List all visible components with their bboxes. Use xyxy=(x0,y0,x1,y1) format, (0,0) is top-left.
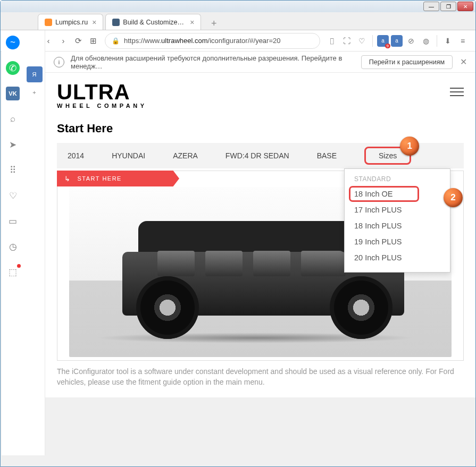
profile-icon[interactable]: ◍ xyxy=(420,35,432,47)
sidebar-send-icon[interactable]: ➤ xyxy=(6,138,20,151)
messenger-icon[interactable]: ~ xyxy=(6,36,20,49)
filter-body[interactable]: FWD:4 DR SEDAN xyxy=(226,151,289,160)
downloads-icon[interactable]: ⬇ xyxy=(441,35,454,47)
window-frame: — ❐ ✕ Lumpics.ru × Build & Customize You… xyxy=(0,0,476,467)
go-to-extensions-button[interactable]: Перейти к расширениям xyxy=(361,55,453,69)
sidebar-extensions-icon[interactable]: ⬚ xyxy=(6,265,20,279)
speed-dial-button[interactable]: ⊞ xyxy=(86,33,101,48)
logo-text: ULTRA xyxy=(57,82,147,101)
window-maximize-button[interactable]: ❐ xyxy=(440,2,456,11)
workspace-column: Я + xyxy=(24,30,45,455)
dropdown-option-20-plus[interactable]: 20 Inch PLUS xyxy=(345,250,450,266)
whatsapp-icon[interactable]: ✆ xyxy=(6,61,20,75)
workspace-add-button[interactable]: + xyxy=(27,84,43,100)
notify-dot-icon xyxy=(17,264,21,268)
favicon-icon xyxy=(112,19,120,26)
wheel-front-icon xyxy=(136,276,199,339)
page-content: ULTRA WHEEL COMPANY Start Here 2014 HYUN… xyxy=(45,73,475,397)
browser-tab-ultrawheel[interactable]: Build & Customize Your Ca × xyxy=(105,14,201,30)
dropdown-section-header: STANDARD xyxy=(345,173,450,186)
nav-reload-button[interactable]: ⟳ xyxy=(71,33,86,48)
dropdown-option-17-plus[interactable]: 17 Inch PLUS xyxy=(345,202,450,218)
vehicle-filter-bar: 2014 HYUNDAI AZERA FWD:4 DR SEDAN BASE S… xyxy=(57,143,464,168)
address-bar[interactable]: 🔒 https://www.ultrawheel.com/iconfigurat… xyxy=(105,33,320,49)
dropdown-option-label: 18 Inch OE xyxy=(354,190,393,198)
dropdown-option-18-plus[interactable]: 18 Inch PLUS xyxy=(345,218,450,234)
sidebar-search-icon[interactable]: ⌕ xyxy=(6,112,20,126)
sidebar-heart-icon[interactable]: ♡ xyxy=(6,189,20,202)
tab-close-icon[interactable]: × xyxy=(190,18,194,27)
bookmark-heart-icon[interactable]: ♡ xyxy=(355,35,368,47)
tab-title: Build & Customize Your Ca xyxy=(123,19,186,26)
browser-tab-strip: Lumpics.ru × Build & Customize Your Ca ×… xyxy=(1,12,475,30)
address-toolbar: ‹ › ⟳ ⊞ 🔒 https://www.ultrawheel.com/ico… xyxy=(1,30,475,52)
disclaimer-text: The iConfigurator tool is a software und… xyxy=(57,366,464,388)
snapshot-icon[interactable]: ⌷ xyxy=(325,35,338,47)
new-tab-button[interactable]: + xyxy=(206,17,221,30)
toolbar-divider xyxy=(437,35,437,47)
extension-badge: 9 xyxy=(385,44,390,48)
extension-translate-icon[interactable]: а9 xyxy=(377,35,389,47)
crop-icon[interactable]: ⛶ xyxy=(340,35,353,47)
hamburger-menu-icon[interactable] xyxy=(450,88,464,96)
filter-sizes-button[interactable]: Sizes 1 xyxy=(364,147,411,165)
extension-notice-bar: i Для обновления расширений требуются до… xyxy=(45,52,475,73)
window-minimize-button[interactable]: — xyxy=(423,2,439,11)
sidebar-dock: ~ ✆ VK ⌕ ➤ ⠿ ♡ ▭ ◷ ⬚ xyxy=(2,30,24,455)
sidebar-history-icon[interactable]: ◷ xyxy=(6,240,20,253)
sidebar-apps-icon[interactable]: ⠿ xyxy=(6,163,20,177)
url-protocol: https:// xyxy=(124,37,145,45)
page-heading: Start Here xyxy=(57,122,464,135)
site-logo[interactable]: ULTRA WHEEL COMPANY xyxy=(57,82,147,109)
browser-tab-lumpics[interactable]: Lumpics.ru × xyxy=(38,14,103,30)
easy-setup-icon[interactable]: ≡ xyxy=(456,35,469,47)
notice-text: Для обновления расширений требуются допо… xyxy=(71,54,361,70)
filter-make[interactable]: HYUNDAI xyxy=(112,151,145,160)
dropdown-option-18-oe[interactable]: 18 Inch OE 2 xyxy=(345,186,450,202)
filter-sizes-label: Sizes xyxy=(379,151,397,160)
url-domain: ultrawheel.com xyxy=(161,37,207,45)
vk-icon[interactable]: VK xyxy=(6,87,20,100)
workspace-tile[interactable]: Я xyxy=(27,66,43,82)
wheel-rear-icon xyxy=(330,276,393,339)
window-close-button[interactable]: ✕ xyxy=(457,2,473,11)
info-icon: i xyxy=(54,57,64,67)
tab-close-icon[interactable]: × xyxy=(92,18,96,27)
tab-title: Lumpics.ru xyxy=(55,19,88,26)
ribbon-label: START HERE xyxy=(78,175,122,182)
adblock-icon[interactable]: ⊘ xyxy=(405,35,417,47)
ribbon-arrow-icon: ↳ xyxy=(64,175,71,183)
logo-subtitle: WHEEL COMPANY xyxy=(57,103,147,109)
lock-icon: 🔒 xyxy=(112,37,120,45)
nav-forward-button[interactable]: › xyxy=(56,33,71,48)
notice-close-icon[interactable]: ✕ xyxy=(460,57,467,67)
extension-dict-icon[interactable]: а xyxy=(391,35,403,47)
callout-badge-2: 2 xyxy=(444,188,463,207)
filter-year[interactable]: 2014 xyxy=(68,151,84,160)
start-here-ribbon[interactable]: ↳ START HERE xyxy=(57,171,179,186)
dropdown-option-19-plus[interactable]: 19 Inch PLUS xyxy=(345,234,450,250)
url-path: /iconfigurator/#/year=20 xyxy=(208,37,281,45)
window-titlebar: — ❐ ✕ xyxy=(1,1,475,12)
sidebar-news-icon[interactable]: ▭ xyxy=(6,214,20,228)
url-pre: www. xyxy=(145,37,161,45)
toolbar-divider xyxy=(372,35,373,47)
callout-badge-1: 1 xyxy=(400,137,419,156)
filter-trim[interactable]: BASE xyxy=(317,151,337,160)
favicon-icon xyxy=(45,19,52,26)
filter-model[interactable]: AZERA xyxy=(173,151,198,160)
sizes-dropdown: STANDARD 18 Inch OE 2 17 Inch PLUS 18 In… xyxy=(344,168,450,273)
